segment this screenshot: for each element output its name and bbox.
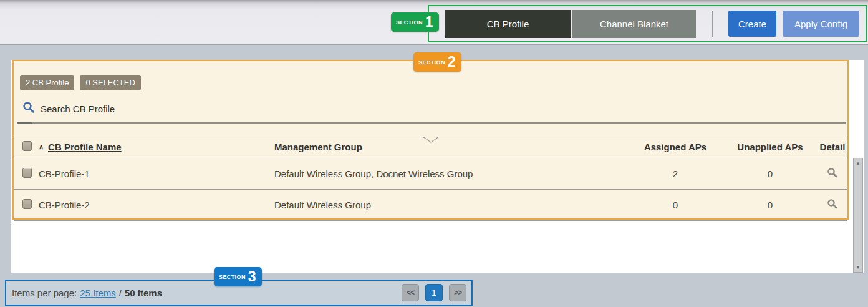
scroll-up-icon[interactable]: ▲	[856, 160, 861, 166]
column-header-management-group[interactable]: Management Group	[274, 142, 628, 152]
cell-assigned-aps: 2	[628, 168, 723, 179]
next-page-button[interactable]: >>	[449, 284, 466, 301]
section-1-word: SECTION	[396, 19, 423, 26]
section-3-number: 3	[248, 270, 256, 284]
scroll-down-icon[interactable]: ▼	[856, 265, 861, 270]
page-size-link[interactable]: 25 Items	[80, 288, 116, 298]
section-3-badge: SECTION 3	[214, 267, 262, 286]
selected-count-badge: 0 SELECTED	[80, 75, 140, 90]
row-checkbox[interactable]	[22, 168, 32, 178]
items-per-page-label: Items per page:	[12, 288, 77, 298]
section-1-number: 1	[425, 15, 433, 29]
cell-unapplied-aps: 0	[723, 168, 817, 179]
column-header-cb-profile-name[interactable]: CB Profile Name	[48, 142, 122, 152]
search-underline	[17, 122, 846, 124]
toolbar-divider	[712, 11, 713, 37]
column-header-detail: Detail	[817, 142, 847, 152]
section-2-highlight-box: 2 CB Profile 0 SELECTED Search CB Profil…	[12, 60, 849, 220]
section-2-badge: SECTION 2	[413, 52, 461, 72]
section-2-word: SECTION	[418, 59, 445, 66]
detail-magnifier-icon[interactable]	[827, 167, 838, 180]
table-row[interactable]: CB-Profile-2 Default Wireless Group 0 0	[14, 190, 847, 221]
total-items-label: 50 Items	[125, 288, 162, 298]
tab-channel-blanket-label: Channel Blanket	[600, 19, 668, 29]
select-all-checkbox[interactable]	[22, 141, 32, 151]
cell-assigned-aps: 0	[628, 200, 723, 210]
apply-config-button[interactable]: Apply Config	[783, 11, 859, 37]
row-checkbox[interactable]	[22, 199, 32, 209]
cell-management-group: Default Wireless Group, Docnet Wireless …	[274, 168, 628, 179]
items-per-page: Items per page: 25 Items / 50 Items	[12, 288, 162, 298]
search-icon	[22, 101, 35, 116]
tab-cb-profile[interactable]: CB Profile	[445, 10, 571, 38]
cell-management-group: Default Wireless Group	[274, 200, 628, 210]
summary-badges: 2 CB Profile 0 SELECTED	[20, 75, 141, 90]
section-2-number: 2	[448, 55, 456, 69]
cell-profile-name: CB-Profile-1	[39, 168, 274, 179]
chevron-down-icon[interactable]	[423, 135, 439, 146]
current-page-button[interactable]: 1	[425, 284, 443, 301]
profile-count-badge: 2 CB Profile	[20, 75, 74, 90]
create-button[interactable]: Create	[728, 11, 776, 37]
cell-profile-name: CB-Profile-2	[39, 200, 274, 210]
tab-cb-profile-label: CB Profile	[487, 19, 529, 29]
table-row[interactable]: CB-Profile-1 Default Wireless Group, Doc…	[14, 158, 847, 190]
search-bar[interactable]: Search CB Profile	[22, 101, 115, 116]
search-input[interactable]: Search CB Profile	[41, 104, 115, 114]
detail-magnifier-icon[interactable]	[827, 198, 838, 212]
section-1-badge: SECTION 1	[391, 12, 439, 32]
pager: << 1 >>	[402, 284, 466, 301]
column-header-assigned-aps[interactable]: Assigned APs	[628, 142, 723, 152]
sort-ascending-icon[interactable]: ∧	[39, 143, 44, 151]
section-1-highlight-box: CB Profile Channel Blanket Create Apply …	[428, 5, 867, 42]
prev-page-button[interactable]: <<	[402, 284, 419, 301]
column-header-unapplied-aps[interactable]: Unapplied APs	[723, 142, 817, 152]
items-separator: /	[119, 288, 122, 298]
section-3-word: SECTION	[219, 274, 246, 280]
cell-unapplied-aps: 0	[723, 200, 817, 210]
vertical-scrollbar[interactable]: ▲ ▼	[853, 158, 863, 273]
tab-channel-blanket[interactable]: Channel Blanket	[572, 10, 696, 38]
